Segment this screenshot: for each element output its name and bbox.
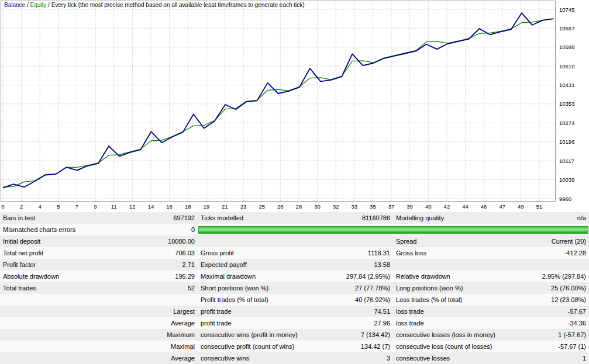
strategy-tester-report: Balance / Equity / Every tick (the most … <box>0 0 589 364</box>
svg-text:51: 51 <box>536 203 543 210</box>
stat-value: 10000.00 <box>120 238 198 245</box>
stat-value: Maximum <box>120 331 198 338</box>
svg-text:16: 16 <box>166 203 173 210</box>
svg-text:30: 30 <box>314 203 321 210</box>
y-axis-labels: 1074510667105881051010431103531027410196… <box>559 6 574 202</box>
svg-text:33: 33 <box>352 203 358 210</box>
svg-text:10274: 10274 <box>559 120 574 126</box>
legend-method-label: Every tick (the most precise method base… <box>51 2 305 8</box>
table-row: Initial deposit10000.00SpreadCurrent (20… <box>0 235 589 247</box>
table-row: Largestprofit trade74.51loss trade-57.67 <box>0 306 589 317</box>
svg-text:21: 21 <box>222 203 228 210</box>
stat-label: Long positions (won %) <box>393 285 508 292</box>
stat-label: Total net profit <box>0 249 120 256</box>
table-row: Total trades52Short positions (won %)27 … <box>0 282 589 294</box>
svg-text:10039: 10039 <box>559 176 574 183</box>
stat-label: consecutive loss (count of losses) <box>393 343 508 350</box>
svg-text:32: 32 <box>333 203 339 210</box>
stat-value: Maximal <box>120 343 198 350</box>
stat-value: 74.51 <box>322 308 393 315</box>
svg-text:14: 14 <box>148 203 154 210</box>
stat-value: 27.96 <box>322 320 393 327</box>
stat-value: 3 <box>322 355 393 362</box>
table-row: Bars in test697192Ticks modelled81160786… <box>0 212 589 224</box>
svg-text:10117: 10117 <box>559 158 574 164</box>
stat-value: -57.67 <box>508 308 589 315</box>
svg-text:28: 28 <box>296 203 302 210</box>
stat-label: consecutive wins <box>198 355 322 362</box>
table-row: Averageprofit trade27.96loss trade-34.36 <box>0 317 589 329</box>
stat-label: profit trade <box>198 320 322 327</box>
svg-text:26: 26 <box>277 203 284 210</box>
stat-value: 40 (76.92%) <box>322 296 393 303</box>
svg-text:4: 4 <box>39 203 42 210</box>
stat-value: 52 <box>120 285 198 292</box>
svg-text:10431: 10431 <box>559 82 574 88</box>
svg-text:25: 25 <box>259 203 265 210</box>
svg-text:10745: 10745 <box>559 6 574 13</box>
stat-value: -57.67 (1) <box>508 343 589 350</box>
stat-label: Ticks modelled <box>198 214 322 221</box>
stat-value: 1 (-57.67) <box>508 331 589 338</box>
stat-value: -34.36 <box>508 320 589 327</box>
stat-label: consecutive losses <box>393 355 508 362</box>
svg-text:2: 2 <box>20 203 23 210</box>
stat-label: profit trade <box>198 308 322 315</box>
stat-label: Profit factor <box>0 261 120 268</box>
table-row: Averageconsecutive wins3consecutive loss… <box>0 352 589 364</box>
stat-label: Total trades <box>0 285 120 292</box>
svg-text:46: 46 <box>481 203 487 210</box>
stat-label: Absolute drawdown <box>0 273 120 280</box>
stat-value: 13.58 <box>322 261 393 268</box>
stat-label: Profit trades (% of total) <box>198 296 322 303</box>
legend-separator: / <box>46 2 51 8</box>
balance-equity-chart: Balance / Equity / Every tick (the most … <box>0 0 589 212</box>
svg-text:47: 47 <box>499 203 505 210</box>
svg-text:19: 19 <box>204 203 210 210</box>
plot-border <box>1 1 556 202</box>
stat-value: 1118.31 <box>322 249 393 256</box>
stat-value: 2.95% (297.84) <box>508 273 589 280</box>
stat-value: Current (20) <box>508 238 589 245</box>
svg-text:42: 42 <box>444 203 450 210</box>
legend-balance-label: Balance <box>4 2 25 8</box>
stat-label: Loss trades (% of total) <box>393 296 508 303</box>
table-row: Maximumconsecutive wins (profit in money… <box>0 329 589 341</box>
svg-text:10353: 10353 <box>559 100 574 107</box>
stat-label: Modelling quality <box>393 214 508 221</box>
stat-value: 12 (23.08%) <box>508 296 589 303</box>
svg-text:9960: 9960 <box>559 196 571 202</box>
stat-value: 81160786 <box>322 214 393 221</box>
stat-label: Spread <box>393 238 508 245</box>
svg-text:5: 5 <box>57 203 60 210</box>
stat-value: 7 (134.42) <box>322 331 393 338</box>
svg-text:23: 23 <box>240 203 247 210</box>
legend-equity-label: Equity <box>30 2 46 8</box>
stat-label: loss trade <box>393 308 508 315</box>
svg-text:0: 0 <box>1 203 4 210</box>
stat-label: consecutive profit (count of wins) <box>198 343 322 350</box>
stat-value: 697192 <box>120 214 198 221</box>
results-table: Bars in test697192Ticks modelled81160786… <box>0 212 589 364</box>
svg-text:35: 35 <box>370 203 376 210</box>
table-row: Profit factor2.71Expected payoff13.58 <box>0 259 589 271</box>
table-row: Mismatched charts errors0 <box>0 224 589 235</box>
modelling-quality-bar <box>198 226 589 234</box>
stat-label: Expected payoff <box>198 261 322 268</box>
svg-text:40: 40 <box>425 203 432 210</box>
stat-label: Gross profit <box>198 249 322 256</box>
stat-value: 25 (76.00%) <box>508 285 589 292</box>
svg-text:39: 39 <box>407 203 413 210</box>
svg-text:49: 49 <box>518 203 524 210</box>
stat-value: 2.71 <box>120 261 198 268</box>
svg-text:7: 7 <box>75 203 78 210</box>
svg-text:10667: 10667 <box>559 25 574 32</box>
stat-label: Mismatched charts errors <box>0 226 120 233</box>
stat-value: 27 (77.78%) <box>322 285 393 292</box>
svg-text:9: 9 <box>94 203 97 210</box>
svg-text:18: 18 <box>185 203 191 210</box>
stat-value: Average <box>120 355 198 362</box>
stat-value: 195.29 <box>120 273 198 280</box>
stat-label: loss trade <box>393 320 508 327</box>
svg-text:10510: 10510 <box>559 63 574 70</box>
